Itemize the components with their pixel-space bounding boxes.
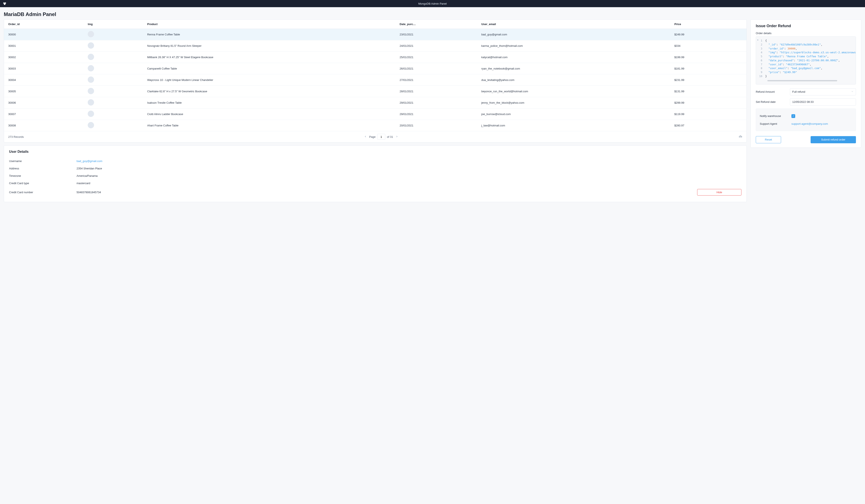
table-row[interactable]: 30004Waycross 10 - Light Unique Modern L…	[4, 74, 747, 86]
username-label: Username	[9, 160, 77, 163]
pager-of-label: of 31	[387, 135, 393, 138]
cell-img	[85, 120, 145, 131]
app-logo-icon[interactable]	[2, 1, 8, 7]
cell-product: Isakson Trestle Coffee Table	[145, 97, 397, 108]
cc-type-label: Credit Card type	[9, 181, 77, 185]
order-details-label: Order details	[756, 32, 856, 35]
code-line: 1{	[756, 39, 856, 43]
column-header[interactable]: User_email	[479, 20, 672, 29]
cell-date: 28/01/2021	[397, 86, 479, 97]
submit-refund-button[interactable]: Submit refund order	[811, 136, 856, 143]
cell-product: Novogratz Brittany 81.5" Round Arm Sleep…	[145, 40, 397, 51]
cell-img	[85, 74, 145, 86]
support-agent-value[interactable]: support-agent@company.com	[792, 122, 828, 125]
orders-table: Order_idImgProductDate_purc…User_emailPr…	[4, 20, 747, 131]
table-row[interactable]: 30007Ciotti Alinru Ladder Bookcase29/01/…	[4, 108, 747, 120]
cell-price: $131.99	[672, 86, 747, 97]
product-thumbnail-icon	[88, 88, 94, 94]
cell-email: dua_levitating@yahoo.com	[479, 74, 672, 86]
svg-point-4	[5, 3, 5, 3]
page-title: MariaDB Admin Panel	[0, 7, 865, 19]
table-row[interactable]: 30000Renna Frame Coffee Table23/01/2021b…	[4, 29, 747, 40]
code-line: 4 "img": "https://superblocks-demo.s3.us…	[756, 50, 856, 55]
column-header[interactable]: Img	[85, 20, 145, 29]
cell-price: $181.99	[672, 63, 747, 74]
json-viewer[interactable]: ▼ 1{2 "_id": "627d0e48d108fc9a389c08e1",…	[756, 36, 856, 84]
column-header[interactable]: Date_purc…	[397, 20, 479, 29]
refund-sub-panel: Notify warehouse ✓ Support Agent support…	[756, 108, 856, 131]
chevron-down-icon	[851, 90, 854, 93]
column-header[interactable]: Order_id	[4, 20, 85, 29]
pager-page-label: Page	[369, 135, 376, 138]
table-row[interactable]: 30006Isakson Trestle Coffee Table29/01/2…	[4, 97, 747, 108]
cell-img	[85, 108, 145, 120]
table-pager: 273 Records Page of 31	[4, 131, 747, 142]
code-line: 10}	[756, 74, 856, 78]
cell-product: Clarklake 62.6" H x 27.5" W Geometric Bo…	[145, 86, 397, 97]
address-value: 2354 Sheridan Place	[77, 167, 102, 170]
cell-price: $334	[672, 40, 747, 51]
cell-price: $299.99	[672, 97, 747, 108]
cell-img	[85, 63, 145, 74]
product-thumbnail-icon	[88, 65, 94, 71]
cell-date: 29/01/2021	[397, 108, 479, 120]
product-thumbnail-icon	[88, 31, 94, 37]
pager-next-icon[interactable]	[395, 134, 399, 139]
product-thumbnail-icon	[88, 110, 94, 117]
cell-date: 27/01/2021	[397, 74, 479, 86]
refund-amount-value: Full refund	[792, 90, 805, 93]
table-row[interactable]: 30008Ahart Frame Coffee Table20/01/2021j…	[4, 120, 747, 131]
product-thumbnail-icon	[88, 42, 94, 49]
cell-order-id: 30005	[4, 86, 85, 97]
column-header[interactable]: Price	[672, 20, 747, 29]
notify-warehouse-checkbox[interactable]: ✓	[792, 114, 795, 118]
cell-order-id: 30006	[4, 97, 85, 108]
table-row[interactable]: 30003Campanelli Coffee Table26/01/2021ry…	[4, 63, 747, 74]
cell-product: Waycross 10 - Light Unique Modern Linear…	[145, 74, 397, 86]
product-thumbnail-icon	[88, 54, 94, 60]
column-header[interactable]: Product	[145, 20, 397, 29]
user-details-title: User Details	[9, 150, 741, 154]
cell-date: 29/01/2021	[397, 97, 479, 108]
address-label: Address	[9, 167, 77, 170]
refund-amount-select[interactable]: Full refund	[790, 88, 856, 95]
cell-email: beyonce_run_the_world@hotmail.com	[479, 86, 672, 97]
cell-product: Millbank 26.38" H X 47.25" W Steel Etage…	[145, 51, 397, 63]
cell-date: 26/01/2021	[397, 63, 479, 74]
cell-order-id: 30003	[4, 63, 85, 74]
refund-date-label: Set Refund date	[756, 100, 787, 104]
table-row[interactable]: 30005Clarklake 62.6" H x 27.5" W Geometr…	[4, 86, 747, 97]
cell-email: joe_burrow@icloud.com	[479, 108, 672, 120]
cell-date: 23/01/2021	[397, 29, 479, 40]
cell-date: 20/01/2021	[397, 120, 479, 131]
refund-card: Issue Order Refund Order details ▼ 1{2 "…	[750, 19, 861, 148]
cloud-download-icon[interactable]	[738, 136, 742, 139]
refund-date-input[interactable]	[790, 98, 856, 106]
refund-amount-label: Refund Amount	[756, 90, 787, 93]
table-row[interactable]: 30002Millbank 26.38" H X 47.25" W Steel …	[4, 51, 747, 63]
hide-button[interactable]: Hide	[697, 189, 741, 196]
username-value[interactable]: bad_guy@gmail.com	[77, 160, 102, 163]
cell-img	[85, 29, 145, 40]
support-agent-label: Support Agent	[760, 122, 792, 125]
code-line: 5 "product": "Renna Frame Coffee Table",	[756, 55, 856, 59]
svg-point-3	[3, 3, 4, 3]
timezone-label: Timezone	[9, 174, 77, 177]
product-thumbnail-icon	[88, 77, 94, 83]
horizontal-scrollbar[interactable]	[768, 80, 837, 81]
code-line: 6 "date_purchased": "2021-01-23T00:00:00…	[756, 59, 856, 62]
pager-prev-icon[interactable]	[363, 134, 368, 139]
reset-button[interactable]: Reset	[756, 136, 781, 143]
cell-img	[85, 86, 145, 97]
cell-email: katycat@hotmail.com	[479, 51, 672, 63]
pager-page-input[interactable]	[377, 134, 385, 140]
cell-email: j_law@hotmail.com	[479, 120, 672, 131]
fold-toggle-icon[interactable]: ▼	[757, 39, 758, 42]
notify-warehouse-label: Notify warehouse	[760, 114, 792, 118]
code-line: 7 "user_id": "4623734496667",	[756, 62, 856, 67]
table-row[interactable]: 30001Novogratz Brittany 81.5" Round Arm …	[4, 40, 747, 51]
orders-table-card: Order_idImgProductDate_purc…User_emailPr…	[4, 19, 747, 142]
cell-price: $119.99	[672, 108, 747, 120]
topbar-title: MongoDB Admin Panel	[8, 2, 857, 5]
cell-order-id: 30008	[4, 120, 85, 131]
